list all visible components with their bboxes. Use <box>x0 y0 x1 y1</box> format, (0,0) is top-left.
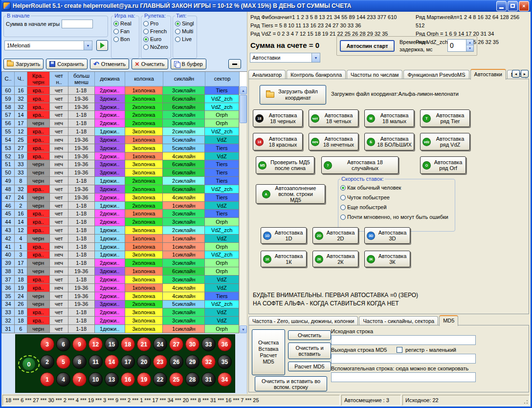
board-number-19[interactable]: 19 <box>137 372 151 387</box>
autobet-button[interactable]: 3КАвтоставка 3К <box>364 251 410 267</box>
type-option-Multi[interactable]: Multi <box>175 27 195 35</box>
md5-calc-button[interactable]: Расчет MD5 <box>288 362 331 371</box>
autobet-button[interactable]: нечАвтоставка 18 нечетных <box>309 133 358 150</box>
table-row[interactable]: 5617черннеч1-182дюжи..2колонка3сиклайнOr… <box>2 119 239 128</box>
board-number-32[interactable]: 32 <box>201 355 216 369</box>
board-number-28[interactable]: 28 <box>185 372 200 387</box>
autobet-button[interactable]: vdzАвтоставка ряд VdZ <box>420 133 470 150</box>
table-row[interactable]: 4832кра..чет19-363дюжи..2колонка6сиклайн… <box>2 185 239 193</box>
board-number-9[interactable]: 9 <box>72 337 87 351</box>
table-header-7[interactable]: сиклайн <box>163 72 205 86</box>
toolbar-button-copy[interactable]: В буфер <box>171 59 206 69</box>
board-number-26[interactable]: 26 <box>169 355 183 369</box>
table-row[interactable]: 3524чернчет19-362дюжи..3колонка4сиклайнT… <box>2 292 239 301</box>
board-number-3[interactable]: 3 <box>40 337 54 351</box>
autobet-button[interactable]: М5Проверить МД5 после спина <box>256 156 314 174</box>
speed-option-Как обычный человек[interactable]: Как обычный человек <box>340 183 453 193</box>
tab-1[interactable]: Контроль банкролла <box>287 70 346 79</box>
table-header-6[interactable]: колонка <box>125 72 163 86</box>
resize-grip[interactable] <box>523 399 529 405</box>
table-row[interactable]: 4516кра..чет1-182дюжи..1колонка3сиклайнT… <box>2 210 239 218</box>
spinner-up-icon[interactable]: ▲ <box>466 40 473 45</box>
table-row[interactable]: 5832кра..чет19-363дюжи..2колонка6сиклайн… <box>2 103 239 111</box>
board-number-23[interactable]: 23 <box>153 355 167 369</box>
board-number-14[interactable]: 14 <box>105 355 119 369</box>
table-row[interactable]: 316чернчет1-181дюжи..3колонка1сиклайнOrp… <box>2 325 239 333</box>
board-number-35[interactable]: 35 <box>218 355 232 369</box>
table-header-0[interactable]: С.. <box>2 72 15 86</box>
bottom-tab-0[interactable]: Частота - Zero, шансы, дюжины, колонки <box>248 316 358 325</box>
table-header-8[interactable]: сектор <box>205 72 240 86</box>
board-number-21[interactable]: 21 <box>137 337 151 351</box>
board-number-34[interactable]: 34 <box>218 372 232 387</box>
autofill-md5-button[interactable]: А Автозаполнение вспом. строки МД5 <box>256 184 325 204</box>
tab-0[interactable]: Анализатор <box>248 70 286 79</box>
table-row[interactable]: 3318кра..чет1-182дюжи..3колонка3сиклайнV… <box>2 308 239 317</box>
md5-combined-button[interactable]: Очистка Вставка Расчет MD5 <box>252 329 285 375</box>
minimize-button-icon[interactable] <box>496 1 507 11</box>
close-button-icon[interactable]: × <box>519 1 529 11</box>
toolbar-button-clear[interactable]: ×Очистить <box>132 59 168 69</box>
autobet-combo[interactable]: Автоставки ▼ <box>250 53 320 63</box>
board-number-27[interactable]: 27 <box>169 337 183 351</box>
wheel-option-Pro[interactable]: Pro <box>143 20 169 27</box>
table-row[interactable]: 5425кра..неч19-363дюжи..1колонка5сиклайн… <box>2 136 239 144</box>
table-row[interactable]: 5327кра..неч19-363дюжи..3колонка5сиклайн… <box>2 144 239 152</box>
game-option-Fan[interactable]: Fan <box>113 27 137 35</box>
tab-3[interactable]: Функционал PsevdoMS <box>403 70 469 79</box>
type-option-Singl[interactable]: Singl <box>175 20 195 27</box>
board-number-20[interactable]: 20 <box>137 355 151 369</box>
board-number-31[interactable]: 31 <box>201 372 216 387</box>
table-row[interactable]: 3718кра..чет1-182дюжи..3колонка3сиклайнV… <box>2 276 239 284</box>
board-number-13[interactable]: 13 <box>105 372 119 387</box>
speed-option-Почти мгновенно, но могут быть ошибки[interactable]: Почти мгновенно, но могут быть ошибки <box>340 212 453 222</box>
table-header-4[interactable]: большменш <box>68 72 95 86</box>
tab-scroll-left-icon[interactable]: ◄ <box>512 70 520 78</box>
board-number-10[interactable]: 10 <box>89 372 103 387</box>
table-row[interactable]: 6016кра..чет1-182дюжи..1колонка3сиклайнT… <box>2 86 239 95</box>
md5-clear-paste-button[interactable]: Очистить и вставить <box>288 343 331 359</box>
autobet-button[interactable]: МАвтоставка 18 малых <box>364 109 414 127</box>
toolbar-button-undo[interactable]: ↶Отменить <box>90 59 129 69</box>
table-row[interactable]: 5512кра..чет1-181дюжи..3колонка2сиклайнV… <box>2 128 239 136</box>
board-number-16[interactable]: 16 <box>121 372 135 387</box>
table-row[interactable]: 3831черннеч19-363дюжи..1колонка6сиклайнO… <box>2 267 239 276</box>
start-sum-input[interactable] <box>62 20 93 28</box>
game-option-Bon[interactable]: Bon <box>113 35 137 43</box>
helper-string-input[interactable] <box>331 372 476 382</box>
table-row[interactable]: 4724чернчет19-362дюжи..3колонка4сиклайнT… <box>2 193 239 202</box>
board-number-11[interactable]: 11 <box>89 355 103 369</box>
table-header-5[interactable]: дюжина <box>95 72 125 86</box>
board-number-5[interactable]: 5 <box>56 355 70 369</box>
table-row[interactable]: 424чернчет1-181дюжи..1колонка1сиклайнVdZ <box>2 235 239 243</box>
table-row[interactable]: 3917черннеч1-182дюжи..2колонка3сиклайнOr… <box>2 259 239 267</box>
checkbox-icon[interactable] <box>397 347 402 353</box>
board-number-33[interactable]: 33 <box>201 337 216 351</box>
autobet-button[interactable]: 18Автоставка 18 красных <box>253 133 303 150</box>
table-scrollbar[interactable]: ▲ ▼ <box>239 86 247 333</box>
autobet-button[interactable]: четАвтоставка 18 четных <box>309 109 358 127</box>
table-row[interactable]: 3619кра..неч19-362дюжи..1колонка4сиклайн… <box>2 284 239 292</box>
game-option-Real[interactable]: Real <box>113 20 137 27</box>
register-checkbox[interactable] <box>397 347 402 353</box>
autobet-button[interactable]: 18Автоставка 18 черных <box>253 109 303 127</box>
board-number-8[interactable]: 8 <box>72 355 87 369</box>
table-row[interactable]: 5714кра..чет1-182дюжи..2колонка3сиклайнO… <box>2 111 239 119</box>
spinner-down-icon[interactable]: ▼ <box>466 45 473 51</box>
board-number-22[interactable]: 22 <box>153 372 167 387</box>
chevron-down-icon[interactable]: ▼ <box>311 53 320 62</box>
profile-combo[interactable]: 1Melonati ▼ <box>4 41 92 50</box>
output-string-input[interactable] <box>331 354 476 364</box>
scroll-down-icon[interactable]: ▼ <box>240 325 247 333</box>
bottom-tab-2[interactable]: MD5 <box>439 315 458 326</box>
table-row[interactable]: 4312кра..чет1-181дюжи..3колонка2сиклайнV… <box>2 226 239 235</box>
wheel-option-French[interactable]: French <box>143 27 169 35</box>
table-header-1[interactable]: Ч.. <box>15 72 27 86</box>
table-row[interactable]: 4414кра..чет1-182дюжи..2колонка3сиклайнO… <box>2 218 239 226</box>
table-row[interactable]: 5133черннеч19-363дюжи..3колонка6сиклайнT… <box>2 160 239 169</box>
wheel-option-NoZero[interactable]: NoZero <box>143 43 169 51</box>
type-option-Live[interactable]: Live <box>175 35 195 43</box>
tab-2[interactable]: Частоты по числам <box>347 70 402 79</box>
board-number-15[interactable]: 15 <box>105 337 119 351</box>
toolbar-button-folder[interactable]: Загрузить <box>3 59 44 69</box>
